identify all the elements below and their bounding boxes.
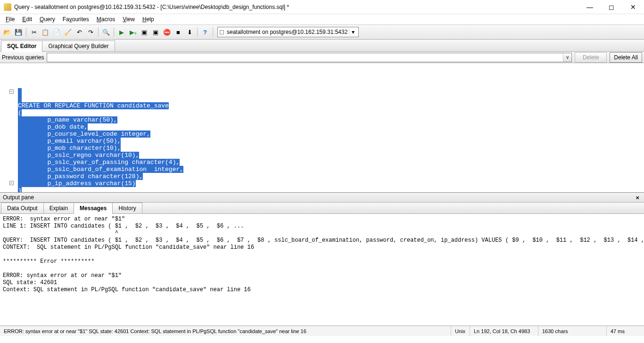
download-icon[interactable]: ⬇ (184, 27, 195, 37)
delete-all-button[interactable]: Delete All (610, 52, 642, 63)
stop-icon[interactable]: ■ (173, 27, 183, 37)
cut-icon[interactable]: ✂ (29, 27, 39, 37)
delete-button[interactable]: Delete (575, 52, 607, 63)
menu-help[interactable]: Help (139, 15, 158, 24)
tab-history[interactable]: History (112, 203, 142, 214)
output-pane-title: Output pane (3, 194, 34, 201)
app-icon (4, 3, 11, 11)
status-bar: ERROR: syntax error at or near "$1" SQL … (0, 326, 644, 336)
previous-queries-label: Previous queries (2, 54, 44, 61)
menu-query[interactable]: Query (36, 15, 59, 24)
fold-toggle-icon[interactable]: − (9, 181, 14, 185)
previous-queries-combo[interactable]: v (47, 53, 572, 62)
chevron-down-icon[interactable]: v (563, 53, 571, 62)
database-combo-value: seatallotment on postgres@10.162.159.31:… (227, 29, 347, 35)
database-combo[interactable]: seatallotment on postgres@10.162.159.31:… (217, 27, 359, 37)
status-os: Unix (451, 326, 470, 336)
status-message: ERROR: syntax error at or near "$1" SQL … (0, 326, 451, 336)
paste-icon[interactable]: 📄 (51, 27, 62, 37)
tab-explain[interactable]: Explain (43, 203, 74, 214)
menu-file[interactable]: File (2, 15, 18, 24)
find-icon[interactable]: 🔍 (101, 27, 111, 37)
messages-text: ERROR: syntax error at or near "$1" LINE… (0, 214, 644, 295)
run-icon[interactable]: ▶ (116, 27, 127, 37)
output-tabs: Data Output Explain Messages History (0, 203, 644, 214)
tab-messages[interactable]: Messages (74, 203, 113, 214)
tab-graphical-query-builder[interactable]: Graphical Query Builder (42, 41, 115, 52)
toolbar: 📂 💾 ✂ 📋 📄 🧹 ↶ ↷ 🔍 ▶ ▶ₛ ▣ ▣ ⛔ ■ ⬇ ? seata… (0, 24, 644, 40)
close-output-pane-icon[interactable]: × (634, 194, 641, 201)
output-pane-header: Output pane × (0, 193, 644, 203)
maximize-button[interactable]: ◻ (601, 0, 622, 14)
tab-sql-editor[interactable]: SQL Editor (1, 41, 42, 52)
chevron-down-icon[interactable]: ▾ (349, 29, 356, 35)
messages-panel[interactable]: ERROR: syntax error at or near "$1" LINE… (0, 214, 644, 326)
explain-icon[interactable]: ▣ (139, 27, 149, 37)
tab-data-output[interactable]: Data Output (1, 203, 44, 214)
redo-icon[interactable]: ↷ (85, 27, 96, 37)
help-icon[interactable]: ? (200, 27, 210, 37)
menu-edit[interactable]: Edit (18, 15, 36, 24)
status-time: 47 ms (606, 326, 644, 336)
explain-analyze-icon[interactable]: ▣ (150, 27, 161, 37)
title-bar: Query - seatallotment on postgres@10.162… (0, 0, 644, 14)
close-button[interactable]: ✕ (622, 0, 644, 14)
undo-icon[interactable]: ↶ (74, 27, 84, 37)
copy-icon[interactable]: 📋 (40, 27, 50, 37)
window-title: Query - seatallotment on postgres@10.162… (14, 4, 579, 10)
editor-tabs: SQL Editor Graphical Query Builder (0, 40, 644, 52)
status-caret-pos: Ln 192, Col 18, Ch 4983 (470, 326, 538, 336)
open-icon[interactable]: 📂 (2, 27, 12, 37)
menu-bar: File Edit Query Favourites Macros View H… (0, 14, 644, 24)
minimize-button[interactable]: — (579, 0, 601, 14)
cancel-icon[interactable]: ⛔ (162, 27, 172, 37)
db-indicator-icon (220, 30, 224, 34)
fold-toggle-icon[interactable]: − (9, 90, 14, 94)
menu-view[interactable]: View (119, 15, 139, 24)
status-chars: 1630 chars (538, 326, 606, 336)
clear-icon[interactable]: 🧹 (63, 27, 73, 37)
save-icon[interactable]: 💾 (13, 27, 24, 37)
run-pgscript-icon[interactable]: ▶ₛ (128, 27, 138, 37)
menu-macros[interactable]: Macros (93, 15, 119, 24)
previous-queries-bar: Previous queries v Delete Delete All (0, 52, 644, 63)
sql-editor[interactable]: − − CREATE OR REPLACE FUNCTION candidate… (0, 63, 644, 192)
menu-favourites[interactable]: Favourites (59, 15, 93, 24)
